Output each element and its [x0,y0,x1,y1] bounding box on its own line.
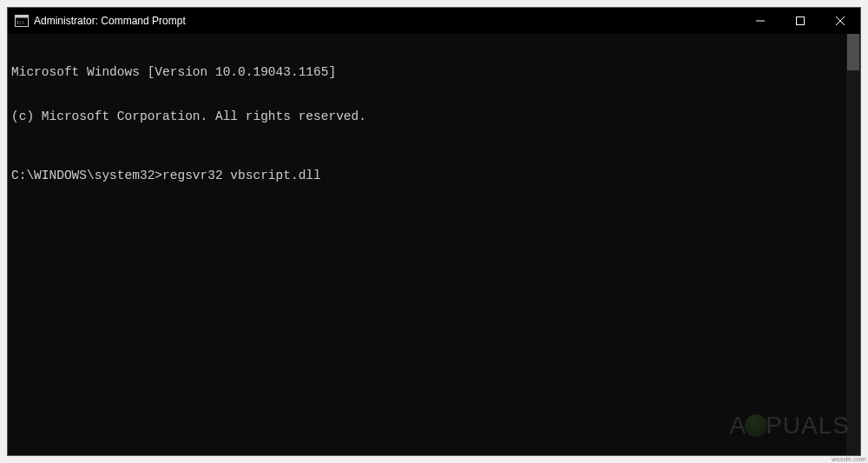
version-line: Microsoft Windows [Version 10.0.19043.11… [11,65,857,80]
window-title: Administrator: Command Prompt [34,15,186,27]
prompt-line: C:\WINDOWS\system32>regsvr32 vbscript.dl… [11,169,857,183]
source-caption: wsxdn.com [832,455,866,463]
close-button[interactable] [820,8,860,34]
watermark-logo-icon [745,414,767,437]
terminal-client-area[interactable]: Microsoft Windows [Version 10.0.19043.11… [8,34,860,455]
watermark-right: PUALS [766,412,850,439]
command-prompt-window: C:\ Administrator: Command Prompt Micros… [7,7,861,456]
command-text: regsvr32 vbscript.dll [162,169,321,182]
cmd-icon: C:\ [15,14,29,28]
watermark-left: A [729,412,746,439]
copyright-line: (c) Microsoft Corporation. All rights re… [11,109,857,124]
svg-rect-1 [16,16,29,18]
window-controls [740,8,860,34]
maximize-button[interactable] [780,8,820,34]
minimize-button[interactable] [740,8,780,34]
vertical-scrollbar[interactable] [846,34,860,455]
terminal-output[interactable]: Microsoft Windows [Version 10.0.19043.11… [8,34,860,216]
watermark: APUALS [729,412,850,440]
titlebar[interactable]: C:\ Administrator: Command Prompt [8,8,860,34]
prompt: C:\WINDOWS\system32> [11,169,162,182]
scrollbar-thumb[interactable] [847,34,859,70]
svg-text:C:\: C:\ [17,19,25,26]
svg-rect-4 [797,17,805,25]
